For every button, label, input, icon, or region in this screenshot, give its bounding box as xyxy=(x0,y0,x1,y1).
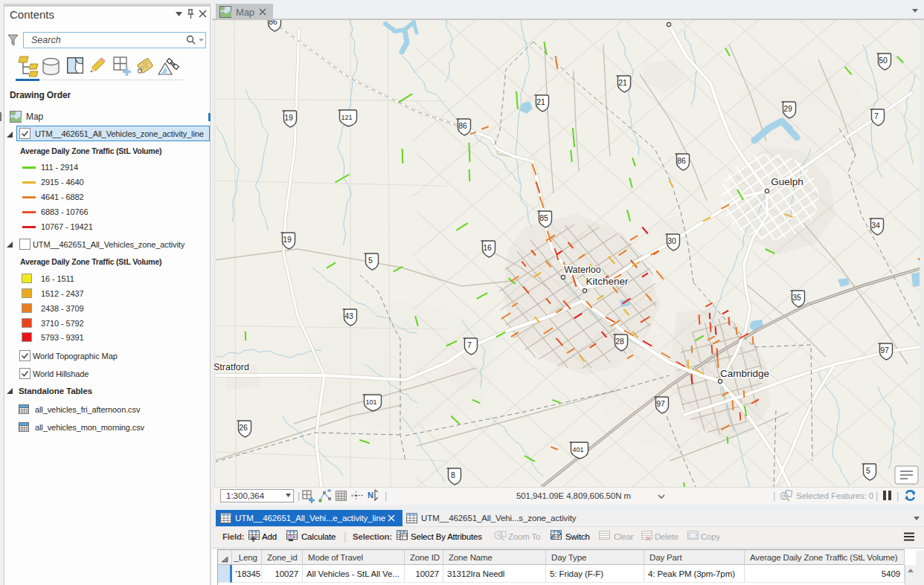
svg-text:N: N xyxy=(368,491,373,500)
